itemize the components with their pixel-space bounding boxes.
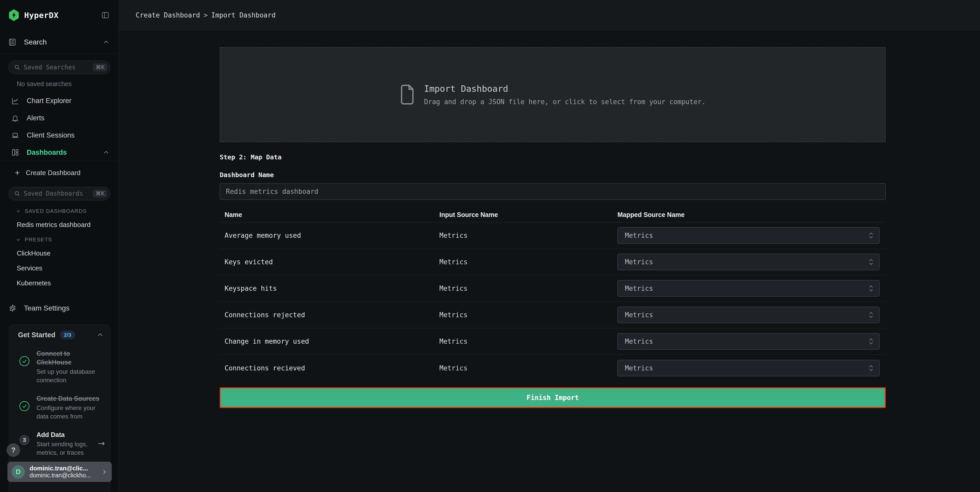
input-source: Metrics: [435, 311, 617, 319]
chevron-down-icon: [16, 208, 21, 214]
table-row: Change in memory used Metrics Metrics: [220, 328, 886, 355]
gear-icon: [8, 304, 17, 312]
select-chevrons-icon: [869, 364, 873, 372]
search-icon: [14, 64, 21, 71]
dropzone-title: Import Dashboard: [424, 84, 706, 94]
dashboard-name-input[interactable]: [220, 183, 886, 200]
table-header-row: Name Input Source Name Mapped Source Nam…: [220, 207, 886, 222]
get-started-step-connect[interactable]: Connect to ClickHouse Set up your databa…: [14, 349, 105, 384]
create-dashboard-button[interactable]: + Create Dashboard: [0, 165, 119, 180]
sidebar-item-redis-dashboard[interactable]: Redis metrics dashboard: [0, 221, 119, 229]
finish-import-button[interactable]: Finish Import: [220, 387, 886, 408]
table-row: Keys evicted Metrics Metrics: [220, 249, 886, 275]
chevron-right-icon: [101, 469, 108, 475]
saved-dashboards-group[interactable]: SAVED DASHBOARDS: [0, 208, 119, 214]
arrow-right-icon: →: [98, 438, 105, 457]
selected-value: Metrics: [625, 232, 869, 239]
sidebar-item-chart-explorer[interactable]: Chart Explorer: [0, 92, 119, 110]
shortcut-badge: ⌘K: [93, 189, 107, 197]
select-chevrons-icon: [869, 258, 873, 266]
sidebar-item-services-preset[interactable]: Services: [0, 264, 119, 272]
create-dashboard-label: Create Dashboard: [26, 169, 80, 177]
get-started-step-sources[interactable]: Create Data Sources Configure where your…: [14, 394, 105, 420]
mapped-source-select[interactable]: Metrics: [617, 307, 880, 323]
file-icon: [400, 84, 415, 105]
metric-name: Change in memory used: [220, 338, 435, 345]
chevron-up-icon: [103, 149, 110, 156]
dropzone-subtitle: Drag and drop a JSON file here, or click…: [424, 98, 706, 106]
input-source: Metrics: [435, 338, 617, 345]
saved-searches-placeholder: Saved Searches: [24, 64, 93, 71]
presets-group[interactable]: PRESETS: [0, 237, 119, 243]
user-email: dominic.tran@clickho...: [30, 472, 101, 479]
mapped-source-select[interactable]: Metrics: [617, 333, 880, 350]
step-desc: Start sending logs, metrics, or traces: [37, 440, 96, 457]
sidebar-item-clickhouse-preset[interactable]: ClickHouse: [0, 249, 119, 257]
bell-icon: [11, 115, 19, 122]
selected-value: Metrics: [625, 285, 869, 292]
step-desc: Configure where your data comes from: [37, 404, 101, 420]
mapped-source-select[interactable]: Metrics: [617, 254, 880, 270]
sidebar-item-label: Chart Explorer: [27, 97, 72, 105]
progress-badge: 2/3: [60, 331, 75, 339]
no-saved-searches-note: No saved searches: [0, 80, 119, 88]
saved-dashboards-input[interactable]: Saved Dashboards ⌘K: [8, 187, 110, 200]
sidebar-item-alerts[interactable]: Alerts: [0, 110, 119, 127]
team-settings-label: Team Settings: [24, 304, 69, 312]
dashboard-name-label: Dashboard Name: [220, 171, 886, 179]
step-title: Create Data Sources: [37, 394, 101, 403]
table-row: Keyspace hits Metrics Metrics: [220, 275, 886, 302]
journal-icon: [8, 38, 16, 46]
step-desc: Set up your database connection: [37, 367, 101, 384]
sidebar-item-kubernetes-preset[interactable]: Kubernetes: [0, 279, 119, 287]
table-row: Connections recieved Metrics Metrics: [220, 355, 886, 381]
sidebar-search-label: Search: [24, 38, 47, 46]
metric-name: Keyspace hits: [220, 285, 435, 292]
user-menu[interactable]: D dominic.tran@clic... dominic.tran@clic…: [8, 462, 112, 482]
saved-searches-input[interactable]: Saved Searches ⌘K: [8, 61, 110, 74]
mapped-source-select[interactable]: Metrics: [617, 360, 880, 376]
search-icon: [14, 190, 21, 197]
brand-title: HyperDX: [24, 11, 59, 20]
select-chevrons-icon: [869, 338, 873, 345]
sidebar-item-team-settings[interactable]: Team Settings: [0, 304, 119, 312]
laptop-icon: [11, 132, 19, 139]
breadcrumb-create-dashboard[interactable]: Create Dashboard: [136, 11, 200, 19]
help-button[interactable]: ?: [7, 443, 20, 457]
import-dropzone[interactable]: Import Dashboard Drag and drop a JSON fi…: [220, 47, 886, 142]
step-heading: Step 2: Map Data: [220, 153, 886, 161]
saved-dashboards-group-label: SAVED DASHBOARDS: [25, 208, 87, 214]
sidebar-dashboards-label: Dashboards: [27, 148, 67, 156]
mapped-source-select[interactable]: Metrics: [617, 280, 880, 297]
sidebar-section-dashboards[interactable]: Dashboards: [0, 144, 119, 161]
metric-name: Average memory used: [220, 232, 435, 239]
step-title: Connect to ClickHouse: [37, 349, 101, 366]
sidebar: HyperDX Search Saved Searches ⌘K N: [0, 0, 119, 492]
sidebar-item-client-sessions[interactable]: Client Sessions: [0, 127, 119, 144]
hyperdx-logo-icon: [8, 9, 19, 21]
collapse-sidebar-icon[interactable]: [101, 11, 110, 19]
chart-icon: [11, 97, 19, 105]
metric-name: Connections recieved: [220, 364, 435, 372]
table-row: Average memory used Metrics Metrics: [220, 222, 886, 249]
metric-name: Keys evicted: [220, 258, 435, 266]
mapped-source-select[interactable]: Metrics: [617, 227, 880, 244]
sidebar-section-search[interactable]: Search: [0, 30, 119, 54]
dashboard-grid-icon: [11, 148, 19, 156]
table-row: Connections rejected Metrics Metrics: [220, 302, 886, 328]
selected-value: Metrics: [625, 258, 869, 266]
logo-row: HyperDX: [0, 0, 119, 30]
column-header-name: Name: [220, 211, 435, 218]
get-started-step-add-data[interactable]: 3 Add Data Start sending logs, metrics, …: [14, 430, 105, 457]
column-header-mapped-source: Mapped Source Name: [617, 211, 886, 218]
finish-import-label: Finish Import: [527, 394, 579, 401]
breadcrumb-import-dashboard: Import Dashboard: [211, 11, 275, 19]
step-title: Add Data: [37, 430, 96, 439]
selected-value: Metrics: [625, 311, 869, 319]
step-number-badge: 3: [19, 435, 30, 445]
input-source: Metrics: [435, 285, 617, 292]
chevron-up-icon[interactable]: [97, 331, 104, 339]
select-chevrons-icon: [869, 232, 873, 239]
input-source: Metrics: [435, 364, 617, 372]
presets-group-label: PRESETS: [25, 237, 52, 243]
